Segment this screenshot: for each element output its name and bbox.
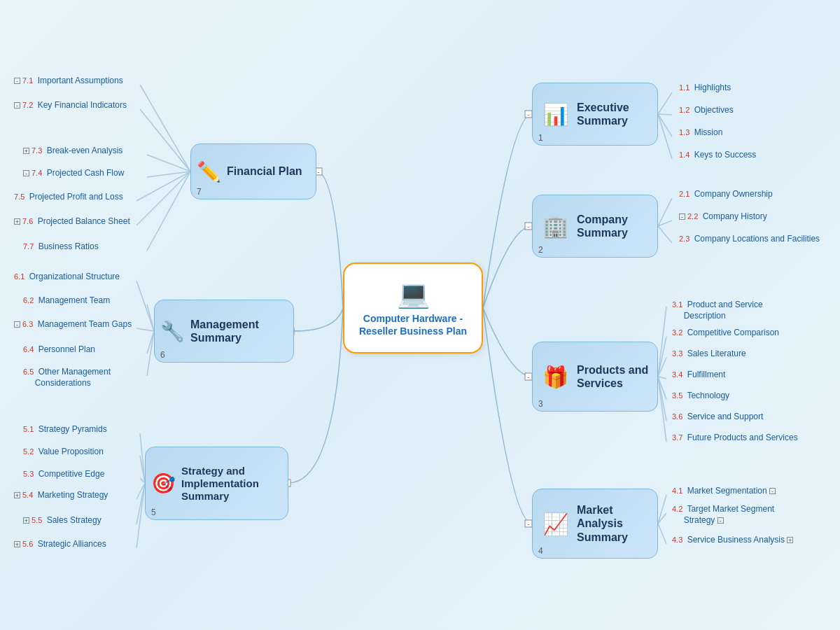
sub-6-1[interactable]: 6.1 Organizational Structure [14,272,120,281]
branch-financial[interactable]: ✏️ Financial Plan 7 [190,144,316,200]
sub-3-4[interactable]: 3.4 Fulfillment [672,370,725,379]
sub-5-5[interactable]: +5.5 Sales Strategy [23,515,102,525]
sub-1-3[interactable]: 1.3 Mission [679,127,722,137]
computer-icon: 💻 [397,279,430,309]
branch-company[interactable]: 🏢 Company Summary 2 [532,195,658,258]
sub-7-6[interactable]: +7.6 Projected Balance Sheet [14,216,130,226]
svg-rect-39 [525,373,532,380]
products-icon: 🎁 [540,365,571,389]
svg-line-17 [140,85,190,172]
sub-3-6[interactable]: 3.6 Service and Support [672,412,763,421]
svg-line-14 [658,495,666,524]
branch-executive[interactable]: 📊 Executive Summary 1 [532,83,658,146]
sub-3-1[interactable]: 3.1 Product and Service Description [672,300,763,321]
svg-text:-: - [528,111,530,118]
svg-line-2 [658,114,672,136]
svg-line-10 [658,377,666,379]
center-node[interactable]: 💻 Computer Hardware - Reseller Business … [343,262,483,354]
svg-text:-: - [528,374,530,381]
svg-line-9 [658,358,666,377]
svg-line-28 [147,331,154,376]
sub-7-2[interactable]: -7.2 Key Financial Indicators [14,100,127,110]
svg-line-6 [658,226,672,243]
svg-line-23 [147,172,190,251]
svg-line-0 [658,92,672,114]
sub-5-6[interactable]: +5.6 Strategic Alliances [14,539,106,549]
sub-6-4[interactable]: 6.4 Personnel Plan [23,344,95,354]
svg-line-22 [136,172,190,225]
svg-line-15 [658,513,666,524]
sub-2-3[interactable]: 2.3 Company Locations and Facilities [679,234,805,245]
sub-1-2[interactable]: 1.2 Objectives [679,105,734,115]
sub-4-1[interactable]: 4.1 Market Segmentation - [672,486,778,496]
sub-2-1[interactable]: 2.1 Company Ownership [679,189,773,199]
market-label: Market Analysis Summary [577,503,650,544]
svg-line-11 [658,377,666,400]
svg-line-25 [147,304,154,331]
svg-line-1 [658,114,672,115]
executive-label: Executive Summary [577,101,650,127]
svg-line-26 [136,328,154,331]
svg-line-20 [147,172,190,177]
svg-line-34 [136,483,145,548]
svg-text:-: - [528,223,530,230]
sub-7-1[interactable]: -7.1 Important Assumptions [14,76,123,85]
products-label: Products and Services [577,363,650,390]
sub-3-7[interactable]: 3.7 Future Products and Services [672,433,798,442]
svg-rect-41 [525,520,532,527]
svg-rect-35 [525,111,532,118]
svg-line-13 [658,377,666,442]
company-label: Company Summary [577,213,650,239]
sub-5-1[interactable]: 5.1 Strategy Pyramids [23,424,107,434]
svg-text:-: - [318,169,320,176]
market-icon: 📈 [540,512,571,536]
sub-5-4[interactable]: +5.4 Marketing Strategy [14,490,108,500]
svg-line-18 [140,109,190,172]
svg-line-29 [140,433,145,483]
sub-6-3[interactable]: -6.3 Management Team Gaps [14,319,132,329]
svg-line-7 [658,307,666,377]
sub-3-2[interactable]: 3.2 Competitive Comparison [672,328,779,337]
sub-2-2[interactable]: -2.2 Company History [679,211,767,221]
svg-line-12 [658,377,666,421]
svg-line-32 [136,483,145,499]
management-label: Management Summary [190,318,288,344]
branch-products[interactable]: 🎁 Products and Services 3 [532,342,658,412]
center-label: Computer Hardware - Reseller Business Pl… [359,312,467,337]
sub-6-2[interactable]: 6.2 Management Team [23,295,110,305]
sub-4-2[interactable]: 4.2 Target Market Segment Strategy - [672,504,774,526]
sub-7-5[interactable]: 7.5 Projected Profit and Loss [14,192,123,202]
company-icon: 🏢 [540,214,571,239]
sub-1-1[interactable]: 1.1 Highlights [679,83,731,92]
svg-line-33 [136,483,145,524]
executive-icon: 📊 [540,102,571,127]
sub-3-5[interactable]: 3.5 Technology [672,391,729,400]
strategy-icon: 🎯 [151,472,176,495]
svg-line-27 [147,331,154,354]
svg-line-30 [140,456,145,483]
svg-line-24 [136,281,154,331]
svg-line-21 [136,172,190,201]
branch-strategy[interactable]: 🎯 Strategy and Implementation Summary 5 [145,447,288,520]
management-icon: 🔧 [160,320,185,343]
sub-3-3[interactable]: 3.3 Sales Literature [672,349,746,358]
sub-7-7[interactable]: 7.7 Business Ratios [23,241,99,251]
sub-7-3[interactable]: +7.3 Break-even Analysis [23,146,122,155]
sub-7-4[interactable]: -7.4 Projected Cash Flow [23,168,124,178]
svg-line-8 [658,337,666,377]
svg-line-19 [147,155,190,172]
sub-5-2[interactable]: 5.2 Value Proposition [23,447,104,456]
branch-management[interactable]: 🔧 Management Summary 6 [154,300,294,363]
sub-5-3[interactable]: 5.3 Competitive Edge [23,469,104,479]
svg-line-31 [140,478,145,483]
svg-line-4 [658,198,672,226]
svg-line-3 [658,114,672,159]
svg-text:-: - [528,521,530,528]
strategy-label: Strategy and Implementation Summary [181,465,282,503]
financial-label: Financial Plan [227,165,302,178]
sub-4-3[interactable]: 4.3 Service Business Analysis + [672,535,795,545]
sub-1-4[interactable]: 1.4 Keys to Success [679,150,756,160]
svg-line-5 [658,220,672,226]
sub-6-5[interactable]: 6.5 Other Management Considerations [23,367,111,388]
branch-market[interactable]: 📈 Market Analysis Summary 4 [532,489,658,559]
